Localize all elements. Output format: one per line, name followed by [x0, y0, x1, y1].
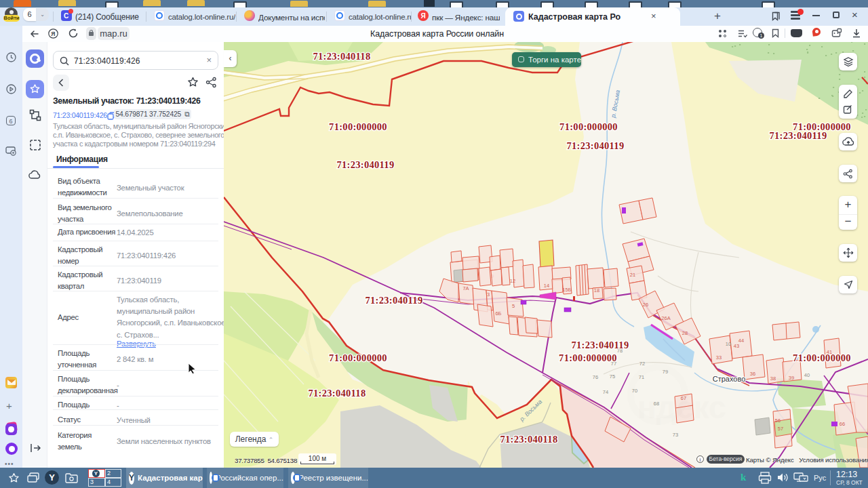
- svg-text:71:23:040119: 71:23:040119: [572, 340, 629, 350]
- svg-text:40: 40: [804, 372, 810, 378]
- svg-text:66: 66: [840, 421, 845, 427]
- svg-text:Я: Я: [51, 30, 55, 37]
- svg-text:18: 18: [594, 287, 599, 293]
- svg-text:15Б: 15Б: [562, 287, 571, 293]
- svg-text:38: 38: [770, 375, 776, 382]
- svg-text:12: 12: [510, 278, 515, 284]
- svg-text:56: 56: [775, 418, 781, 424]
- svg-text:6Б: 6Б: [495, 310, 501, 317]
- svg-text:71:23:040119: 71:23:040119: [567, 140, 625, 151]
- svg-text:5: 5: [512, 303, 515, 309]
- svg-text:76: 76: [593, 374, 598, 380]
- svg-text:71:23:040118: 71:23:040118: [500, 434, 558, 445]
- svg-text:71:00:000000: 71:00:000000: [559, 352, 617, 363]
- svg-text:71:23:040118: 71:23:040118: [309, 388, 366, 399]
- svg-text:74: 74: [603, 389, 608, 395]
- svg-text:26А: 26А: [661, 315, 670, 321]
- svg-text:57: 57: [778, 426, 783, 432]
- svg-text:36: 36: [750, 371, 755, 377]
- svg-text:28: 28: [682, 330, 688, 336]
- svg-text:75: 75: [610, 373, 615, 380]
- svg-text:72: 72: [639, 361, 645, 367]
- svg-text:33: 33: [716, 354, 722, 361]
- svg-text:73: 73: [673, 432, 678, 438]
- svg-text:71:00:000000: 71:00:000000: [559, 121, 618, 132]
- svg-text:10: 10: [726, 341, 731, 347]
- svg-text:71:23:040119: 71:23:040119: [337, 159, 395, 170]
- svg-text:71:00:000000: 71:00:000000: [793, 352, 851, 363]
- svg-text:3: 3: [487, 291, 490, 298]
- svg-text:71:23:040119: 71:23:040119: [770, 130, 827, 141]
- svg-text:43: 43: [734, 343, 739, 349]
- svg-text:7А: 7А: [462, 285, 469, 291]
- svg-text:Страхово: Страхово: [713, 375, 746, 383]
- svg-text:21: 21: [630, 272, 635, 278]
- svg-text:39: 39: [789, 375, 794, 381]
- svg-text:71:00:000000: 71:00:000000: [329, 352, 387, 363]
- svg-text:14: 14: [544, 283, 549, 289]
- svg-text:71:23:040118: 71:23:040118: [313, 51, 371, 62]
- svg-text:71:00:000000: 71:00:000000: [329, 121, 387, 132]
- svg-text:26: 26: [643, 302, 648, 308]
- svg-text:71:23:040119: 71:23:040119: [366, 295, 423, 306]
